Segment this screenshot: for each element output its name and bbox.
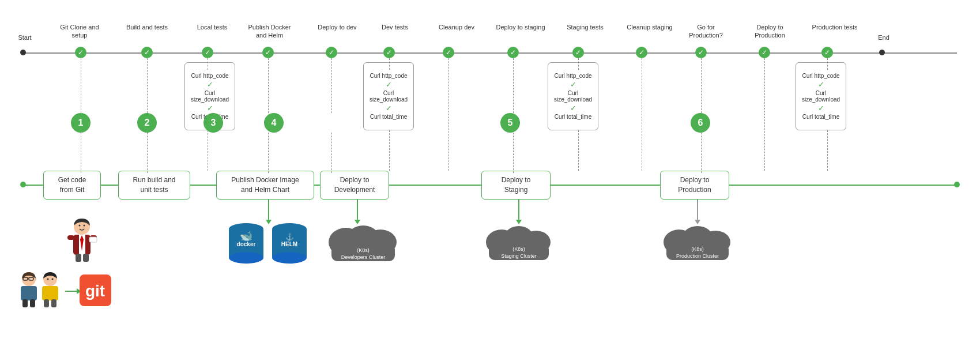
stage-go-prod-label: Go forProduction? xyxy=(681,23,730,40)
svg-point-2 xyxy=(229,252,263,264)
v-dash-1-bottom xyxy=(81,133,81,173)
svg-point-50 xyxy=(47,279,49,280)
deploy-dev-box: Deploy toDevelopment xyxy=(320,171,389,200)
dashed-3a xyxy=(208,58,208,70)
prod-tests-box: Curl http_code ✓ Curlsize_download ✓ Cur… xyxy=(796,62,846,130)
svg-point-51 xyxy=(52,279,54,280)
stage-deploy-prod-top-label: Deploy toProduction xyxy=(745,23,794,40)
bottom-start-dot xyxy=(20,182,26,187)
check-staging-tests: ✓ xyxy=(572,47,584,58)
check-deploy-dev: ✓ xyxy=(326,47,337,58)
num-circle-5: 5 xyxy=(500,113,520,133)
dev-cluster-cloud: (K8s) Developers Cluster xyxy=(326,222,401,267)
check-cleanup-staging: ✓ xyxy=(636,47,647,58)
svg-text:HELM: HELM xyxy=(281,241,297,247)
staging-cluster-cloud: (K8s) Staging Cluster xyxy=(484,222,553,267)
dashed-4 xyxy=(268,58,269,113)
stage-end: End xyxy=(875,33,892,42)
stage-build-label: Build and tests xyxy=(124,23,170,31)
check-go-prod: ✓ xyxy=(695,47,707,58)
pipeline-diagram: Start End Git Clone andsetup ✓ Build and… xyxy=(0,0,980,346)
svg-text:Developers Cluster: Developers Cluster xyxy=(341,254,386,260)
developer-figure-2 xyxy=(37,271,63,310)
svg-point-36 xyxy=(84,225,85,227)
svg-text:(K8s): (K8s) xyxy=(357,247,370,253)
check-prod-tests: ✓ xyxy=(821,47,833,58)
svg-point-7 xyxy=(272,252,307,264)
svg-text:Production Cluster: Production Cluster xyxy=(676,253,719,259)
dashed-9a xyxy=(578,58,579,70)
svg-rect-44 xyxy=(22,299,28,307)
dashed-11 xyxy=(701,58,702,113)
helm-icon: HELM ⚓ xyxy=(271,222,308,265)
get-code-box: Get codefrom Git xyxy=(43,171,101,200)
stage-cleanup-staging-label: Cleanup staging xyxy=(624,23,676,31)
jenkins-figure xyxy=(66,216,98,269)
stage-deploy-dev-label: Deploy to dev xyxy=(314,23,360,31)
check-cleanup-dev: ✓ xyxy=(443,47,454,58)
start-dot xyxy=(20,50,26,55)
dashed-9b xyxy=(578,130,579,171)
svg-text:(K8s): (K8s) xyxy=(691,246,704,252)
dashed-5 xyxy=(331,58,332,113)
svg-text:git: git xyxy=(85,282,105,300)
num-circle-6: 6 xyxy=(691,113,710,133)
v-dash-5-bottom xyxy=(331,133,332,173)
check-build: ✓ xyxy=(141,47,153,58)
stage-git-clone-label: Git Clone andsetup xyxy=(56,23,103,40)
check-dev-tests: ✓ xyxy=(383,47,395,58)
dashed-8 xyxy=(513,58,514,113)
end-dot xyxy=(879,50,885,55)
svg-text:Staging Cluster: Staging Cluster xyxy=(501,253,537,259)
stage-start: Start xyxy=(16,33,33,42)
prod-cluster-cloud: (K8s) Production Cluster xyxy=(662,222,734,267)
svg-text:(K8s): (K8s) xyxy=(512,246,525,252)
num-circle-3: 3 xyxy=(203,113,223,133)
num-circle-4: 4 xyxy=(264,113,284,133)
svg-rect-47 xyxy=(42,286,58,300)
stage-deploy-staging-label: Deploy to staging xyxy=(495,23,546,31)
dashed-13a xyxy=(827,58,828,70)
publish-docker-box: Publish Docker Imageand Helm Chart xyxy=(216,171,314,200)
stage-publish-label: Publish Dockerand Helm xyxy=(245,23,294,40)
svg-rect-38 xyxy=(83,254,89,262)
check-deploy-prod: ✓ xyxy=(759,47,770,58)
dashed-10 xyxy=(642,58,642,171)
svg-rect-45 xyxy=(30,299,35,307)
svg-text:docker: docker xyxy=(237,241,256,247)
check-publish: ✓ xyxy=(262,47,274,58)
check-deploy-staging: ✓ xyxy=(507,47,519,58)
dashed-2 xyxy=(147,58,148,113)
svg-rect-34 xyxy=(89,237,97,242)
svg-rect-32 xyxy=(67,235,74,240)
check-local-tests: ✓ xyxy=(202,47,213,58)
v-dash-2-bottom xyxy=(147,133,148,173)
v-dash-11-bottom xyxy=(701,133,702,173)
top-pipeline-line xyxy=(23,52,957,54)
svg-text:🐋: 🐋 xyxy=(240,230,253,242)
num-circle-2: 2 xyxy=(137,113,157,133)
stage-cleanup-dev-label: Cleanup dev xyxy=(434,23,480,31)
dashed-1 xyxy=(81,58,81,113)
dashed-6a xyxy=(389,58,390,70)
dashed-13b xyxy=(827,130,828,171)
deploy-staging-box: Deploy toStaging xyxy=(481,171,551,200)
svg-rect-37 xyxy=(76,254,81,262)
dashed-7 xyxy=(448,58,449,171)
bottom-end-dot xyxy=(954,182,960,187)
staging-tests-box: Curl http_code ✓ Curlsize_download ✓ Cur… xyxy=(548,62,598,130)
svg-rect-49 xyxy=(51,299,56,307)
dashed-6b xyxy=(389,130,390,171)
dashed-12 xyxy=(764,58,765,171)
deploy-prod-box: Deploy toProduction xyxy=(660,171,729,200)
docker-icon: docker 🐋 xyxy=(228,222,265,265)
stage-local-tests-label: Local tests xyxy=(192,23,232,31)
svg-rect-48 xyxy=(44,299,49,307)
git-logo: git xyxy=(80,274,111,308)
dashed-3b xyxy=(208,130,208,171)
svg-text:⚓: ⚓ xyxy=(285,232,294,241)
stage-staging-tests-label: Staging tests xyxy=(562,23,608,31)
v-dash-4-bottom xyxy=(268,133,269,173)
num-circle-1: 1 xyxy=(71,113,91,133)
check-git-clone: ✓ xyxy=(75,47,86,58)
